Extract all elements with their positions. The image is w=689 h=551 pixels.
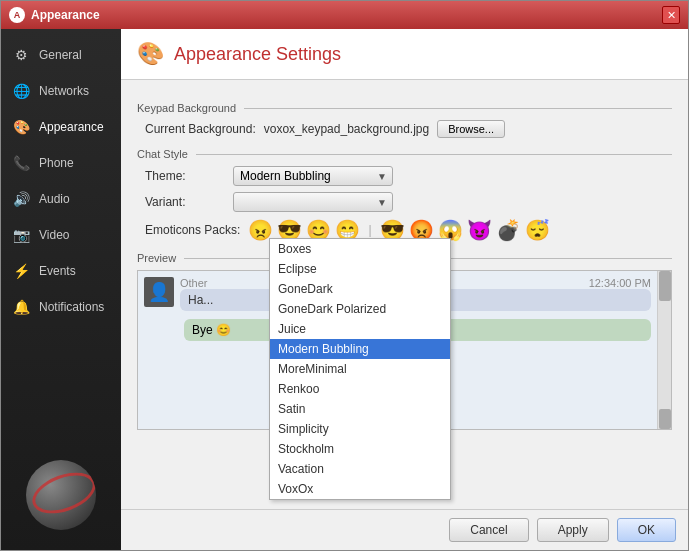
events-icon: ⚡ (11, 261, 31, 281)
cancel-button[interactable]: Cancel (449, 518, 528, 542)
dropdown-item-renkoo[interactable]: Renkoo (270, 379, 450, 399)
scroll-thumb-top (659, 271, 671, 301)
sidebar-item-appearance[interactable]: 🎨 Appearance (1, 109, 121, 145)
other-avatar: 👤 (144, 277, 174, 307)
emoji-10: 😴 (525, 218, 550, 242)
window-title: Appearance (31, 8, 100, 22)
appearance-icon: 🎨 (11, 117, 31, 137)
dropdown-item-moreminimal[interactable]: MoreMinimal (270, 359, 450, 379)
sidebar-item-video[interactable]: 📷 Video (1, 217, 121, 253)
sidebar-item-label: Video (39, 228, 69, 242)
networks-icon: 🌐 (11, 81, 31, 101)
notifications-icon: 🔔 (11, 297, 31, 317)
sidebar-item-networks[interactable]: 🌐 Networks (1, 73, 121, 109)
bye-text: Bye (192, 323, 213, 337)
dropdown-item-eclipse[interactable]: Eclipse (270, 259, 450, 279)
dropdown-item-modern-bubbling[interactable]: Modern Bubbling (270, 339, 450, 359)
bye-emoji: 😊 (216, 323, 231, 337)
sidebar-item-general[interactable]: ⚙ General (1, 37, 121, 73)
voxox-logo (26, 460, 96, 530)
theme-row: Theme: Modern Bubbling ▼ (137, 166, 672, 186)
video-icon: 📷 (11, 225, 31, 245)
emoji-9: 💣 (496, 218, 521, 242)
emoji-divider: | (368, 223, 371, 237)
sidebar-item-label: Events (39, 264, 76, 278)
theme-select-container: Modern Bubbling ▼ (233, 166, 393, 186)
current-bg-label: Current Background: (145, 122, 256, 136)
dropdown-item-voxox[interactable]: VoxOx (270, 479, 450, 499)
preview-scrollbar[interactable] (657, 271, 671, 429)
keypad-section-label: Keypad Background (137, 102, 672, 114)
dropdown-item-stockholm[interactable]: Stockholm (270, 439, 450, 459)
dropdown-item-boxes[interactable]: Boxes (270, 239, 450, 259)
variant-row: Variant: ▼ (137, 192, 672, 212)
sidebar-item-label: Audio (39, 192, 70, 206)
sidebar-item-label: Phone (39, 156, 74, 170)
avatar-icon: 👤 (148, 281, 170, 303)
variant-label: Variant: (145, 195, 225, 209)
scroll-thumb-bottom (659, 409, 671, 429)
emoticons-label: Emoticons Packs: (145, 223, 240, 237)
browse-button[interactable]: Browse... (437, 120, 505, 138)
content-header-icon: 🎨 (137, 41, 164, 67)
dropdown-item-simplicity[interactable]: Simplicity (270, 419, 450, 439)
dropdown-item-gonedark[interactable]: GoneDark (270, 279, 450, 299)
emoji-8: 😈 (467, 218, 492, 242)
phone-icon: 📞 (11, 153, 31, 173)
sidebar-logo (1, 448, 121, 542)
theme-select[interactable]: Modern Bubbling (233, 166, 393, 186)
other-name: Other (180, 277, 208, 289)
audio-icon: 🔊 (11, 189, 31, 209)
dropdown-item-satin[interactable]: Satin (270, 399, 450, 419)
sidebar-item-label: Notifications (39, 300, 104, 314)
chat-style-section-label: Chat Style (137, 148, 672, 160)
sidebar-item-label: Appearance (39, 120, 104, 134)
sidebar-item-label: General (39, 48, 82, 62)
title-bar-left: A Appearance (9, 7, 100, 23)
current-bg-value: voxox_keypad_background.jpg (264, 122, 429, 136)
variant-select[interactable] (233, 192, 393, 212)
general-icon: ⚙ (11, 45, 31, 65)
content-area: 🎨 Appearance Settings Keypad Background … (121, 29, 688, 550)
keypad-bg-row: Current Background: voxox_keypad_backgro… (137, 120, 672, 138)
content-header-title: Appearance Settings (174, 44, 341, 65)
title-bar: A Appearance ✕ (1, 1, 688, 29)
dropdown-item-vacation[interactable]: Vacation (270, 459, 450, 479)
close-button[interactable]: ✕ (662, 6, 680, 24)
main-layout: ⚙ General 🌐 Networks 🎨 Appearance 📞 Phon… (1, 29, 688, 550)
dropdown-item-juice[interactable]: Juice (270, 319, 450, 339)
content-body: Keypad Background Current Background: vo… (121, 80, 688, 509)
sidebar-item-notifications[interactable]: 🔔 Notifications (1, 289, 121, 325)
apply-button[interactable]: Apply (537, 518, 609, 542)
content-header: 🎨 Appearance Settings (121, 29, 688, 80)
theme-dropdown: Boxes Eclipse GoneDark GoneDark Polarize… (269, 238, 451, 500)
footer: Cancel Apply OK (121, 509, 688, 550)
ok-button[interactable]: OK (617, 518, 676, 542)
variant-select-container: ▼ (233, 192, 393, 212)
sidebar-item-phone[interactable]: 📞 Phone (1, 145, 121, 181)
theme-label: Theme: (145, 169, 225, 183)
app-window: A Appearance ✕ ⚙ General 🌐 Networks 🎨 Ap… (0, 0, 689, 551)
dropdown-item-gonedark-polarized[interactable]: GoneDark Polarized (270, 299, 450, 319)
sidebar-item-audio[interactable]: 🔊 Audio (1, 181, 121, 217)
sidebar: ⚙ General 🌐 Networks 🎨 Appearance 📞 Phon… (1, 29, 121, 550)
sidebar-item-label: Networks (39, 84, 89, 98)
sidebar-item-events[interactable]: ⚡ Events (1, 253, 121, 289)
chat-time: 12:34:00 PM (589, 277, 651, 289)
title-bar-icon: A (9, 7, 25, 23)
